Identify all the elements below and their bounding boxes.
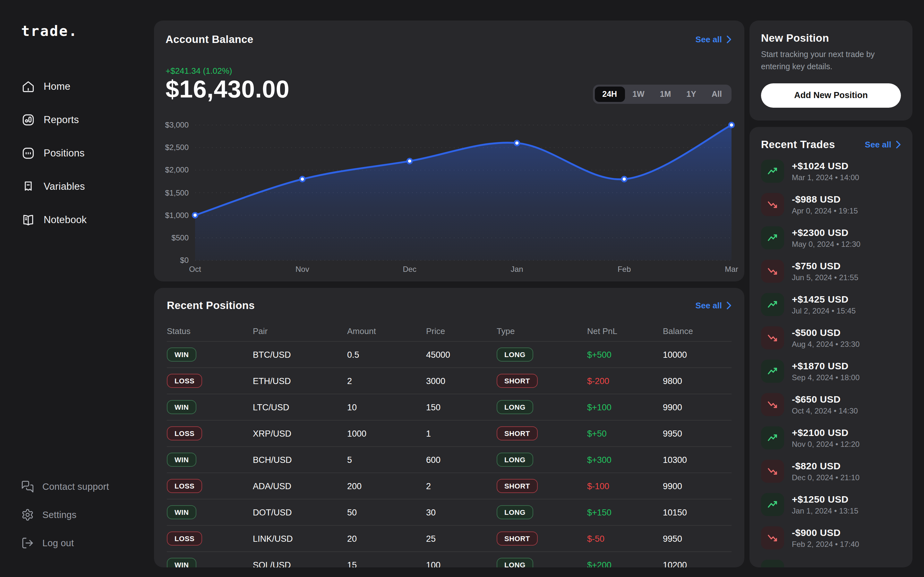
contact-support-icon (21, 480, 34, 493)
table-row[interactable]: WINSOL/USD15100LONG$+20010200 (167, 551, 732, 567)
trade-list-item[interactable]: -$988 USDApr 0, 2024 • 19:15 (761, 193, 901, 216)
table-row[interactable]: LOSSADA/USD2002SHORT$-1009900 (167, 472, 732, 499)
table-header-row: StatusPairAmountPriceTypeNet PnLBalance (167, 321, 732, 341)
net-pnl-cell: $+50 (587, 429, 663, 438)
price-cell: 3000 (426, 376, 497, 386)
sidebar-item-reports[interactable]: Reports (21, 112, 154, 127)
see-all-link-balance[interactable]: See all (696, 35, 732, 44)
trend-down-icon (761, 460, 784, 483)
type-cell: LONG (497, 453, 587, 467)
notebook-icon (21, 213, 35, 227)
price-cell: 45000 (426, 350, 497, 359)
trade-info: +$2100 USDNov 0, 2024 • 12:20 (792, 427, 859, 449)
trade-info: -$500 USDAug 4, 2024 • 23:30 (792, 327, 859, 349)
net-pnl-cell: $-200 (587, 376, 663, 386)
column-header: Net PnL (587, 326, 663, 335)
status-badge: LOSS (167, 532, 202, 546)
price-cell: 600 (426, 455, 497, 464)
sidebar-item-contact-support[interactable]: Contact support (21, 480, 109, 494)
trade-amount: -$988 USD (792, 193, 858, 205)
pair-cell: XRP/USD (253, 429, 347, 438)
trade-amount: +$1600 USD (792, 566, 849, 567)
column-header: Price (426, 326, 497, 335)
see-all-link-positions[interactable]: See all (696, 301, 732, 310)
add-new-position-button[interactable]: Add New Position (761, 83, 901, 107)
range-option-1y[interactable]: 1Y (678, 87, 704, 102)
pair-cell: ADA/USD (253, 481, 347, 491)
type-cell: SHORT (497, 426, 587, 440)
trend-down-icon (761, 326, 784, 350)
trade-list-item[interactable]: +$2100 USDNov 0, 2024 • 12:20 (761, 426, 901, 450)
column-header: Amount (347, 326, 426, 335)
table-row[interactable]: WINDOT/USD5030LONG$+15010150 (167, 499, 732, 525)
status-cell: WIN (167, 400, 253, 414)
trend-down-icon (761, 393, 784, 416)
amount-cell: 2 (347, 376, 426, 386)
amount-cell: 200 (347, 481, 426, 491)
trend-up-icon (761, 293, 784, 316)
range-option-1w[interactable]: 1W (625, 87, 652, 102)
sidebar-item-label: Settings (42, 510, 76, 520)
trade-list-item[interactable]: +$2300 USDMay 0, 2024 • 12:30 (761, 226, 901, 250)
sidebar-item-notebook[interactable]: Notebook (21, 212, 154, 227)
sidebar-item-variables[interactable]: Variables (21, 179, 154, 194)
trade-info: +$1870 USDSep 4, 2024 • 18:00 (792, 360, 859, 382)
trend-down-icon (761, 259, 784, 283)
net-pnl-cell: $-100 (587, 481, 663, 491)
x-axis-label: Dec (403, 265, 417, 274)
trade-datetime: Jan 1, 2024 • 13:15 (792, 506, 858, 516)
chart-point (622, 177, 627, 181)
trade-list-item[interactable]: -$500 USDAug 4, 2024 • 23:30 (761, 326, 901, 350)
reports-icon (21, 113, 35, 127)
status-badge: WIN (167, 505, 197, 519)
status-cell: LOSS (167, 426, 253, 440)
table-row[interactable]: LOSSETH/USD23000SHORT$-2009800 (167, 367, 732, 394)
x-axis-label: Mar (725, 265, 738, 274)
account-balance-card: Account Balance See all +$241.34 (1.02%)… (154, 21, 744, 282)
trade-list-item[interactable]: +$1024 USDMar 1, 2024 • 14:00 (761, 160, 901, 183)
trade-amount: -$820 USD (792, 460, 859, 471)
trade-datetime: Sep 4, 2024 • 18:00 (792, 373, 859, 382)
trade-list-item[interactable]: +$1870 USDSep 4, 2024 • 18:00 (761, 359, 901, 383)
price-cell: 150 (426, 402, 497, 412)
trend-down-icon (761, 193, 784, 216)
trade-datetime: Mar 1, 2024 • 14:00 (792, 173, 859, 182)
trade-amount: +$1250 USD (792, 494, 858, 504)
trade-list-item[interactable]: +$1250 USDJan 1, 2024 • 13:15 (761, 493, 901, 516)
sidebar-item-settings[interactable]: Settings (21, 508, 109, 522)
type-cell: LONG (497, 348, 587, 362)
x-axis-label: Nov (296, 265, 309, 274)
trade-list-item[interactable]: -$900 USDFeb 2, 2024 • 17:40 (761, 526, 901, 550)
sidebar-item-log-out[interactable]: Log out (21, 536, 109, 550)
chart-point (729, 122, 734, 127)
table-row[interactable]: WINLTC/USD10150LONG$+1009900 (167, 394, 732, 420)
trade-list-item[interactable]: +$1600 USD (761, 560, 901, 567)
table-row[interactable]: LOSSLINK/USD2025SHORT$-509950 (167, 525, 732, 551)
trade-list-item[interactable]: -$750 USDJun 5, 2024 • 21:55 (761, 259, 901, 283)
positions-icon (21, 146, 35, 160)
sidebar-item-label: Notebook (44, 214, 87, 226)
table-row[interactable]: WINBCH/USD5600LONG$+30010300 (167, 446, 732, 472)
trade-list-item[interactable]: +$1425 USDJul 2, 2024 • 15:45 (761, 293, 901, 316)
see-all-link-trades[interactable]: See all (865, 140, 901, 149)
variables-icon (21, 179, 35, 193)
table-row[interactable]: LOSSXRP/USD10001SHORT$+509950 (167, 420, 732, 446)
type-badge: LONG (497, 348, 533, 362)
type-cell: LONG (497, 505, 587, 519)
status-cell: WIN (167, 505, 253, 519)
trade-list-item[interactable]: -$820 USDDec 0, 2024 • 21:10 (761, 460, 901, 483)
new-position-description: Start tracking your next trade by enteri… (761, 49, 901, 73)
type-badge: LONG (497, 400, 533, 414)
trade-list-item[interactable]: -$650 USDOct 4, 2024 • 14:30 (761, 393, 901, 416)
trade-amount: +$2300 USD (792, 227, 861, 238)
trend-up-icon (761, 359, 784, 383)
sidebar-item-home[interactable]: Home (21, 79, 154, 94)
range-option-all[interactable]: All (704, 87, 730, 102)
status-cell: WIN (167, 348, 253, 362)
chevron-right-icon (896, 140, 901, 149)
sidebar-item-label: Positions (44, 147, 85, 159)
table-row[interactable]: WINBTC/USD0.545000LONG$+50010000 (167, 341, 732, 367)
sidebar-item-positions[interactable]: Positions (21, 145, 154, 161)
range-option-24h[interactable]: 24H (594, 87, 625, 102)
range-option-1m[interactable]: 1M (652, 87, 679, 102)
